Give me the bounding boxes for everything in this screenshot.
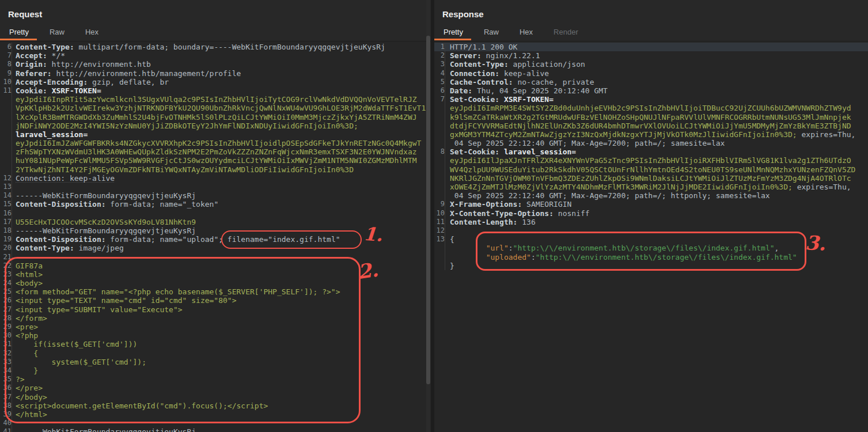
code-line: 7Set-Cookie: XSRF-TOKEN= — [434, 95, 868, 104]
code-line: 04 Sep 2025 22:12:40 GMT; Max-Age=7200; … — [434, 139, 868, 147]
request-scrollbar-thumb[interactable] — [426, 36, 430, 384]
tab-hex[interactable]: Hex — [85, 28, 98, 36]
code-line: eyJpdiI6ImJZaWFGWFBKRks4NZGkycXVVRXhpK2c… — [0, 139, 431, 147]
response-panel-title: Response — [442, 9, 484, 19]
tab-render[interactable]: Render — [554, 28, 578, 36]
annotation-label-2: 2. — [356, 258, 380, 284]
request-panel-title: Request — [8, 9, 42, 19]
code-line: gxMGM3YTM4ZTcyM2ZmNTAwZjgzYzI3NzQxMjdkNz… — [434, 130, 868, 139]
code-line: 20Content-Type: image/jpeg — [0, 244, 431, 252]
annotation-box-payload — [5, 257, 361, 423]
tab-raw[interactable]: Raw — [50, 28, 65, 36]
code-line: 6Content-Type: multipart/form-data; boun… — [0, 43, 431, 51]
code-line: zFhSWpTYXNzWVdmU3lHK3A0WHEwQUpkZldkSzNPM… — [0, 147, 431, 156]
code-line: 2YTkwNjZhNTI4Y2FjMGEyOGVmZDFkNTBiYWQxNTA… — [0, 165, 431, 174]
code-line: 3Content-Type: application/json — [434, 60, 868, 69]
code-line: eyJpdiI6IlJpaXJnTFRlZXR4eXNYWnVPaG5zTnc9… — [434, 156, 868, 165]
response-tabbar: PrettyRawHexRender \n — [434, 25, 868, 40]
code-line: 7Accept: */* — [0, 51, 431, 60]
code-line: VpKKlpHb2k2UzlvWEIrekw3YzhjNTRKNDFBYkU2Q… — [0, 104, 431, 112]
annotation-label-3: 3. — [805, 231, 826, 255]
code-line: 04 Sep 2025 22:12:40 GMT; Max-Age=7200; … — [434, 191, 868, 200]
code-line: jNDFiNWY2ODE2MzI4YWI5NzYzNmU0YjJiZDBkOTE… — [0, 122, 431, 130]
code-line: 15Content-Disposition: form-data; name="… — [0, 200, 431, 209]
code-line: 13 — [0, 183, 431, 191]
code-line: 41------WebKitFormBoundaryyqgqevjtjeuKys… — [0, 427, 431, 432]
annotation-box-json — [476, 232, 806, 271]
code-line: 9Referer: http://environment.htb/managem… — [0, 69, 431, 78]
code-line: 1HTTP/1.1 200 OK — [434, 43, 868, 51]
code-line: k9lSmZCaTRkaWtXR2g2TGtMRUdwUFBzVElNOHZoS… — [434, 113, 868, 122]
tab-pretty[interactable]: Pretty — [444, 28, 463, 36]
code-line: 14------WebKitFormBoundaryyqgqevjtjeuKys… — [0, 191, 431, 200]
tab-raw[interactable]: Raw — [484, 28, 499, 36]
code-line: 10X-Content-Type-Options: nosniff — [434, 209, 868, 218]
code-line: laravel_session= — [0, 130, 431, 139]
annotation-label-1: 1. — [363, 223, 384, 246]
code-line: WV4QzlpUU9WUSEduYitub2RkSkdhV05QSCtOUnFr… — [434, 165, 868, 174]
tab-hex[interactable]: Hex — [520, 28, 533, 36]
response-panel: Response PrettyRawHexRender \n 1HTTP/1.1… — [434, 0, 868, 432]
annotation-circle-filename — [221, 230, 362, 249]
code-line: 10Accept-Encoding: gzip, deflate, br — [0, 78, 431, 86]
code-line: 12Connection: keep-alive — [0, 174, 431, 183]
burp-repeater-window: Request PrettyRawHex — [0, 0, 868, 432]
code-line: 11Content-Length: 136 — [434, 218, 868, 226]
code-line: huY081NUpPeWpFcWlMMU5FSVp5WW9RVGFjcCtJS0… — [0, 156, 431, 165]
code-line: dtdjFCYVVRMaEdtNjlhN2ElUnZKb3Z6dUR4bmhDT… — [434, 122, 868, 130]
active-tab-underline — [434, 39, 471, 40]
code-line: 8Set-Cookie: laravel_session= — [434, 147, 868, 156]
code-line: 5Cache-Control: no-cache, private — [434, 78, 868, 86]
code-line: 8Origin: http://environment.htb — [0, 60, 431, 69]
code-line: 6Date: Thu, 04 Sep 2025 20:12:40 GMT — [434, 86, 868, 95]
code-line: 16 — [0, 209, 431, 218]
request-tabbar: PrettyRawHex \ — [0, 25, 431, 40]
code-line: 2Server: nginx/1.22.1 — [434, 51, 868, 60]
code-line: NKRlJGZnNnTGVjOWM0TnVFbmQ3ZDEzZUhlZkpOSi… — [434, 174, 868, 183]
code-line: eyJpdiI6InpRTit5azYwcmlkcnl3SUgxVUlqa2c9… — [0, 95, 431, 104]
code-line: xOWE4ZjZmMTJlMzM0ZjVlYzAzMTY4NDhmMzFlMTk… — [434, 183, 868, 191]
tab-pretty[interactable]: Pretty — [9, 28, 29, 36]
code-line: 9X-Frame-Options: SAMEORIGIN — [434, 200, 868, 209]
code-line: 11Cookie: XSRF-TOKEN= — [0, 86, 431, 95]
active-tab-underline — [0, 39, 37, 40]
request-scrollbar[interactable] — [426, 0, 430, 432]
code-line: 4Connection: keep-alive — [434, 69, 868, 78]
code-line: lXcXplR3BmMTRGWDdXb3ZuMmhlS2U4bjFvOTNHMk… — [0, 113, 431, 122]
code-line: eyJpdiI6ImRPM3E4SWtSY2ZBd0duUnhjeEVHb2c9… — [434, 104, 868, 112]
